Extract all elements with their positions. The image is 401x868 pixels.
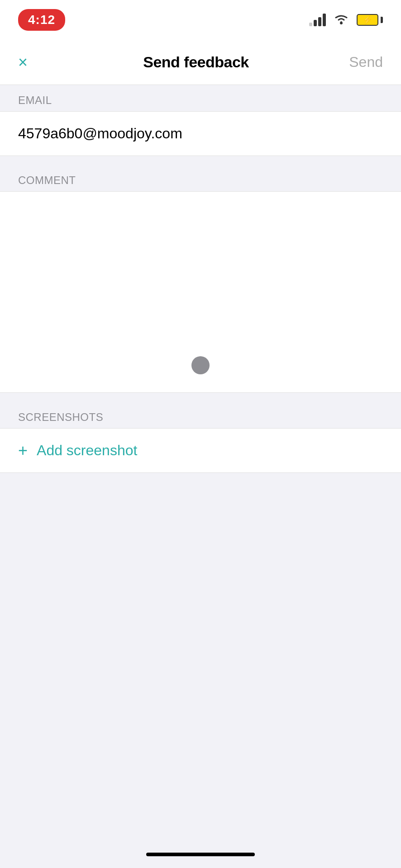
svg-point-0 bbox=[340, 22, 343, 24]
status-time: 4:12 bbox=[18, 9, 65, 31]
wifi-icon bbox=[333, 12, 349, 28]
signal-bars-icon bbox=[309, 14, 326, 26]
nav-bar: × Send feedback Send bbox=[0, 40, 401, 85]
email-value: 4579a6b0@moodjoy.com bbox=[18, 125, 182, 142]
status-bar: 4:12 ⚡ bbox=[0, 0, 401, 40]
comment-label: COMMENT bbox=[18, 174, 76, 186]
email-label: EMAIL bbox=[18, 94, 52, 106]
comment-section-header: COMMENT bbox=[0, 165, 401, 192]
email-section-header: EMAIL bbox=[0, 85, 401, 112]
add-screenshot-label: Add screenshot bbox=[37, 442, 137, 459]
status-icons: ⚡ bbox=[309, 12, 383, 28]
screenshots-label: SCREENSHOTS bbox=[18, 411, 103, 423]
send-button[interactable]: Send bbox=[347, 54, 383, 71]
add-icon: + bbox=[18, 443, 28, 459]
add-screenshot-row[interactable]: + Add screenshot bbox=[0, 429, 401, 473]
close-button[interactable]: × bbox=[18, 53, 45, 72]
battery-icon: ⚡ bbox=[357, 14, 383, 26]
screenshots-section-header: SCREENSHOTS bbox=[0, 402, 401, 429]
home-indicator bbox=[0, 841, 401, 868]
bottom-area bbox=[0, 473, 401, 789]
page-title: Send feedback bbox=[143, 53, 248, 71]
home-bar bbox=[146, 853, 255, 856]
email-row[interactable]: 4579a6b0@moodjoy.com bbox=[0, 112, 401, 156]
battery-lightning-icon: ⚡ bbox=[363, 15, 372, 25]
scroll-indicator bbox=[191, 356, 210, 374]
comment-area bbox=[0, 192, 401, 393]
